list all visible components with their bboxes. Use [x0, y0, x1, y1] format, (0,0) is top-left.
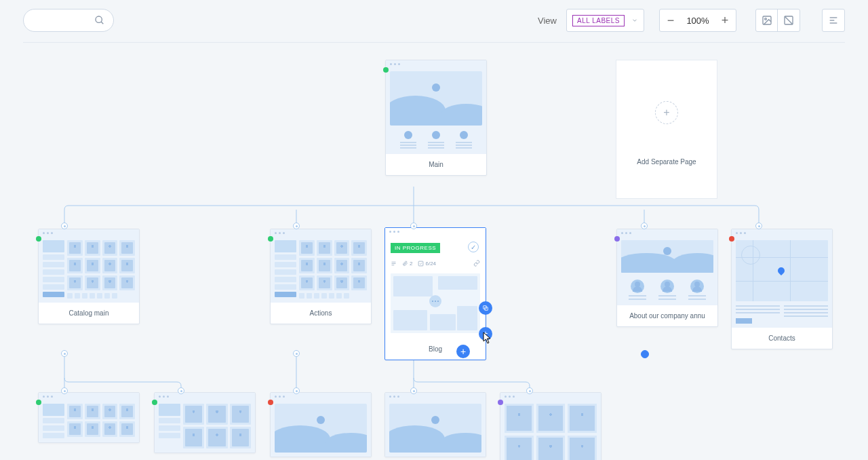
card-child[interactable]	[500, 392, 601, 460]
attachments-count: 2	[402, 261, 412, 267]
panel-toggle-button[interactable]	[822, 9, 845, 32]
card-label: Actions	[271, 303, 371, 324]
card-label: Catalog main	[39, 303, 139, 324]
sitemap-canvas[interactable]: Main + Add Separate Page Catalog main Ac…	[0, 43, 868, 460]
notes-icon	[391, 261, 397, 267]
card-thumbnail: IN PROGRESS ✓ 2 6/24	[385, 235, 486, 339]
chevron-down-icon	[631, 17, 638, 24]
status-dot	[36, 236, 41, 242]
card-titlebar	[271, 393, 371, 400]
card-thumbnail	[500, 400, 601, 460]
svg-line-1	[101, 22, 103, 24]
card-thumbnail	[39, 236, 139, 303]
zoom-out-button[interactable]: −	[660, 9, 682, 31]
card-titlebar	[500, 393, 601, 400]
toolbar: View ALL LABELS − 100% +	[0, 0, 868, 41]
card-titlebar	[386, 60, 486, 67]
zoom-controls: − 100% +	[659, 9, 736, 32]
check-icon[interactable]: ✓	[468, 242, 479, 252]
card-actions[interactable]: Actions	[270, 229, 372, 324]
add-child-button[interactable]: +	[456, 345, 470, 358]
view-label: View	[538, 16, 557, 26]
card-main[interactable]: Main	[385, 60, 487, 176]
svg-rect-23	[419, 261, 424, 266]
svg-point-3	[764, 18, 766, 20]
image-off-icon	[783, 15, 794, 26]
search-box[interactable]	[23, 9, 114, 32]
svg-line-5	[785, 16, 793, 24]
cursor-icon	[483, 332, 494, 344]
add-separate-page[interactable]: + Add Separate Page	[616, 60, 717, 199]
panel-icon	[828, 15, 839, 26]
no-image-view-button[interactable]	[778, 9, 800, 31]
link-icon[interactable]	[473, 260, 480, 267]
card-titlebar	[39, 393, 139, 400]
copy-icon	[482, 305, 489, 311]
status-dot	[383, 67, 389, 73]
connector-hub[interactable]	[61, 350, 68, 357]
card-titlebar	[732, 229, 832, 236]
card-blog[interactable]: IN PROGRESS ✓ 2 6/24 Blog +	[384, 227, 486, 360]
card-child[interactable]	[270, 392, 372, 457]
search-icon	[94, 15, 105, 26]
card-thumbnail	[155, 400, 255, 453]
add-page-label: Add Separate Page	[616, 124, 717, 172]
status-dot	[614, 236, 620, 242]
card-thumbnail	[39, 400, 139, 442]
tasks-count: 6/24	[418, 261, 436, 267]
plus-icon: +	[655, 101, 678, 124]
status-dot	[729, 236, 734, 242]
copy-button[interactable]	[479, 301, 492, 315]
connector-hub[interactable]	[178, 387, 184, 394]
status-dot	[152, 400, 157, 405]
status-badge: IN PROGRESS	[391, 243, 440, 253]
card-titlebar	[271, 229, 371, 236]
card-contacts[interactable]: Contacts	[731, 229, 833, 349]
card-titlebar	[155, 393, 255, 400]
card-thumbnail	[271, 400, 371, 457]
card-catalog-main[interactable]: Catalog main	[38, 229, 140, 324]
status-dot	[36, 400, 41, 405]
svg-point-0	[96, 16, 102, 22]
connector-hub[interactable]	[526, 387, 533, 394]
card-about[interactable]: About our company annu	[616, 229, 718, 327]
card-thumbnail	[386, 67, 486, 154]
card-child[interactable]	[38, 392, 140, 443]
connector-hub[interactable]	[641, 350, 649, 358]
connector-hub[interactable]	[755, 223, 762, 229]
connector-hub[interactable]	[61, 223, 68, 229]
labels-filter-value: ALL LABELS	[572, 15, 625, 26]
connector-hub[interactable]	[641, 223, 648, 229]
card-label: Blog	[385, 339, 486, 360]
card-label: Contacts	[732, 328, 832, 349]
card-titlebar	[617, 229, 717, 236]
card-thumbnail	[271, 236, 371, 303]
card-meta: 2 6/24	[391, 253, 480, 273]
card-thumbnail	[385, 400, 486, 457]
connector-hub[interactable]	[410, 387, 417, 394]
card-label: About our company annu	[617, 305, 717, 326]
card-label: Main	[386, 154, 486, 175]
zoom-value: 100%	[682, 16, 714, 26]
search-input[interactable]	[32, 16, 93, 26]
card-child[interactable]	[384, 392, 486, 457]
connector-hub[interactable]	[410, 223, 417, 229]
view-mode-group	[755, 9, 800, 32]
connector-hub[interactable]	[61, 387, 68, 394]
status-dot	[268, 236, 273, 242]
card-titlebar	[39, 229, 139, 236]
image-view-button[interactable]	[756, 9, 778, 31]
card-child[interactable]	[154, 392, 256, 453]
card-titlebar	[385, 228, 486, 235]
image-icon	[762, 15, 772, 26]
connector-hub[interactable]	[293, 223, 300, 229]
status-dot	[268, 400, 273, 405]
card-thumbnail	[617, 236, 717, 305]
card-thumbnail	[732, 236, 832, 328]
zoom-in-button[interactable]: +	[714, 9, 736, 31]
connector-hub[interactable]	[293, 387, 300, 394]
status-dot	[498, 400, 503, 405]
card-titlebar	[385, 393, 486, 400]
labels-filter-dropdown[interactable]: ALL LABELS	[566, 9, 644, 32]
connector-hub[interactable]	[293, 350, 300, 357]
